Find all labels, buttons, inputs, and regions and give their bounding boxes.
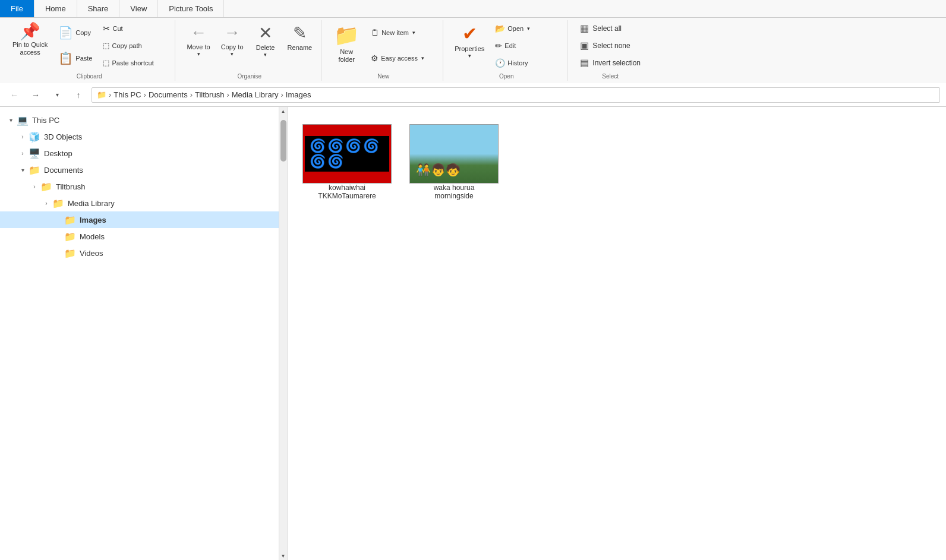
move-to-dropdown-icon: ▾ — [197, 51, 200, 57]
properties-button[interactable]: ✔ Properties ▾ — [450, 20, 488, 62]
select-none-button[interactable]: ▣ Select none — [575, 38, 646, 53]
breadcrumb-this-pc[interactable]: This PC — [113, 90, 141, 99]
new-item-icon: 🗒 — [371, 28, 379, 37]
properties-icon: ✔ — [462, 23, 477, 44]
breadcrumb-documents[interactable]: Documents — [149, 90, 188, 99]
breadcrumb-media-library[interactable]: Media Library — [232, 90, 279, 99]
sidebar-item-media-library[interactable]: › 📁 Media Library — [0, 195, 279, 211]
move-to-icon: ← — [190, 23, 207, 42]
file-grid: 🌀🌀🌀🌀🌀🌀 kowhaiwhaiTKKMoTaumarere 🧑‍🤝‍🧑👦🧒 … — [299, 119, 934, 205]
paste-icon: 📋 — [58, 51, 73, 65]
thumbnail-kowhaiwhai: 🌀🌀🌀🌀🌀🌀 — [302, 124, 392, 183]
select-all-button[interactable]: ▦ Select all — [575, 21, 646, 36]
new-item-dropdown-icon: ▾ — [412, 30, 415, 36]
rename-button[interactable]: ✎ Rename — [283, 20, 317, 55]
select-all-icon: ▦ — [580, 23, 589, 34]
images-icon: 📁 — [64, 214, 76, 226]
breadcrumb[interactable]: 📁 › This PC › Documents › Tiltbrush › Me… — [92, 87, 940, 103]
delete-dropdown-icon: ▾ — [264, 52, 267, 58]
sidebar-container: ▾ 💻 This PC › 🧊 3D Objects › 🖥️ Desktop — [0, 107, 288, 560]
open-button[interactable]: 📂 Open ▾ — [491, 22, 562, 35]
file-item-kowhaiwhai[interactable]: 🌀🌀🌀🌀🌀🌀 kowhaiwhaiTKKMoTaumarere — [299, 119, 395, 205]
desktop-icon: 🖥️ — [29, 148, 40, 159]
documents-icon: 📁 — [29, 164, 40, 176]
easy-access-dropdown-icon: ▾ — [421, 55, 424, 61]
open-icon: 📂 — [495, 24, 505, 33]
sidebar: ▾ 💻 This PC › 🧊 3D Objects › 🖥️ Desktop — [0, 107, 279, 560]
pin-to-quick-access-button[interactable]: 📌 Pin to Quick access — [8, 20, 52, 59]
scroll-thumb[interactable] — [280, 120, 286, 162]
history-button[interactable]: 🕐 History — [491, 56, 562, 69]
copy-icon: 📄 — [58, 26, 73, 40]
delete-button[interactable]: ✕ Delete ▾ — [250, 20, 281, 61]
tiltbrush-icon: 📁 — [40, 181, 52, 192]
rename-icon: ✎ — [293, 23, 307, 43]
sidebar-item-tiltbrush[interactable]: › 📁 Tiltbrush — [0, 178, 279, 195]
expand-icon-3d-objects: › — [17, 134, 29, 140]
expand-icon-media-library: › — [40, 200, 52, 207]
paste-button[interactable]: 📋 Paste — [54, 48, 96, 68]
tab-share[interactable]: Share — [77, 0, 120, 17]
this-pc-icon: 💻 — [17, 115, 29, 126]
scroll-down-arrow[interactable]: ▼ — [279, 552, 288, 560]
copy-path-icon: ⬚ — [103, 42, 109, 50]
scroll-up-arrow[interactable]: ▲ — [279, 107, 288, 115]
ribbon-group-new: 📁 New folder 🗒 New item ▾ ⚙ Easy access … — [324, 20, 443, 81]
tab-file[interactable]: File — [0, 0, 34, 17]
tab-home[interactable]: Home — [34, 0, 77, 17]
sidebar-item-this-pc[interactable]: ▾ 💻 This PC — [0, 112, 279, 128]
up-button[interactable]: ↑ — [70, 87, 87, 103]
models-icon: 📁 — [64, 231, 76, 242]
main-area: ▾ 💻 This PC › 🧊 3D Objects › 🖥️ Desktop — [0, 107, 946, 560]
cut-button[interactable]: ✂ Cut — [99, 22, 170, 35]
back-button[interactable]: ← — [6, 87, 23, 103]
ribbon-group-select: ▦ Select all ▣ Select none ▤ Invert sele… — [570, 20, 651, 81]
copy-to-button[interactable]: → Copy to ▾ — [217, 20, 248, 60]
breadcrumb-images[interactable]: Images — [286, 90, 311, 99]
easy-access-button[interactable]: ⚙ Easy access ▾ — [367, 52, 438, 65]
file-item-waka-hourua[interactable]: 🧑‍🤝‍🧑👦🧒 waka houruamorningside — [406, 119, 502, 205]
ribbon: 📌 Pin to Quick access 📄 Copy 📋 Paste ✂ C… — [0, 18, 946, 83]
expand-icon-documents: ▾ — [17, 167, 29, 173]
paste-shortcut-button[interactable]: ⬚ Paste shortcut — [99, 57, 170, 69]
expand-icon-desktop: › — [17, 150, 29, 157]
easy-access-icon: ⚙ — [371, 53, 379, 63]
sidebar-scrollbar: ▲ ▼ — [279, 107, 287, 560]
edit-button[interactable]: ✏ Edit — [491, 39, 562, 52]
new-folder-button[interactable]: 📁 New folder — [329, 20, 364, 67]
sidebar-item-images[interactable]: 📁 Images — [0, 211, 279, 228]
sidebar-item-models[interactable]: 📁 Models — [0, 228, 279, 245]
open-dropdown-icon: ▾ — [527, 26, 530, 31]
tab-view[interactable]: View — [119, 0, 158, 17]
sidebar-item-3d-objects[interactable]: › 🧊 3D Objects — [0, 128, 279, 145]
invert-selection-button[interactable]: ▤ Invert selection — [575, 55, 646, 70]
file-label-waka-hourua: waka houruamorningside — [434, 183, 475, 200]
breadcrumb-tiltbrush[interactable]: Tiltbrush — [195, 90, 224, 99]
properties-dropdown-icon: ▾ — [468, 53, 471, 59]
sidebar-item-desktop[interactable]: › 🖥️ Desktop — [0, 145, 279, 162]
expand-icon-this-pc: ▾ — [5, 117, 17, 124]
new-folder-icon: 📁 — [334, 23, 359, 47]
new-item-button[interactable]: 🗒 New item ▾ — [367, 26, 438, 39]
move-to-button[interactable]: ← Move to ▾ — [182, 20, 214, 60]
copy-to-dropdown-icon: ▾ — [231, 51, 234, 57]
breadcrumb-folder-icon: 📁 — [97, 90, 106, 99]
sidebar-item-documents[interactable]: ▾ 📁 Documents — [0, 162, 279, 178]
tab-picture-tools[interactable]: Picture Tools — [158, 0, 224, 17]
forward-button[interactable]: → — [27, 87, 44, 103]
thumbnail-waka-hourua: 🧑‍🤝‍🧑👦🧒 — [409, 124, 499, 183]
recent-locations-button[interactable]: ▾ — [49, 87, 65, 103]
copy-button[interactable]: 📄 Copy — [54, 23, 96, 43]
sidebar-item-videos[interactable]: 📁 Videos — [0, 245, 279, 261]
scroll-track — [279, 115, 287, 552]
ribbon-group-clipboard: 📌 Pin to Quick access 📄 Copy 📋 Paste ✂ C… — [4, 20, 175, 81]
expand-icon-tiltbrush: › — [29, 183, 40, 190]
media-library-icon: 📁 — [52, 198, 64, 209]
cut-icon: ✂ — [103, 24, 110, 33]
ribbon-group-organise: ← Move to ▾ → Copy to ▾ ✕ Delete ▾ ✎ Ren… — [178, 20, 321, 81]
edit-icon: ✏ — [495, 41, 502, 50]
paste-shortcut-icon: ⬚ — [103, 59, 109, 67]
select-none-icon: ▣ — [580, 40, 589, 51]
copy-path-button[interactable]: ⬚ Copy path — [99, 40, 170, 52]
videos-icon: 📁 — [64, 248, 76, 259]
